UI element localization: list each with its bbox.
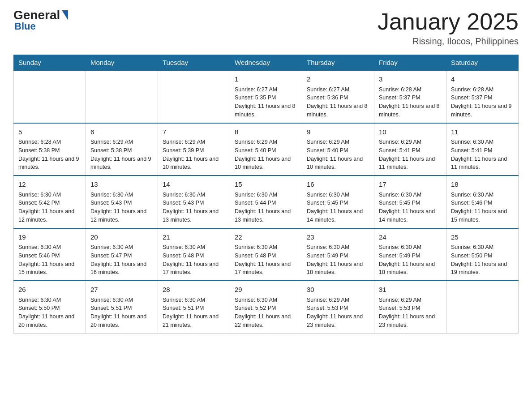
logo-blue-text: Blue: [14, 21, 36, 32]
week-row-4: 19Sunrise: 6:30 AM Sunset: 5:46 PM Dayli…: [14, 228, 519, 281]
calendar-cell: 24Sunrise: 6:30 AM Sunset: 5:49 PM Dayli…: [374, 228, 446, 281]
day-number: 15: [235, 180, 297, 190]
day-info: Sunrise: 6:29 AM Sunset: 5:40 PM Dayligh…: [235, 138, 297, 171]
day-number: 28: [163, 285, 225, 295]
day-info: Sunrise: 6:29 AM Sunset: 5:41 PM Dayligh…: [379, 138, 442, 171]
location-title: Rissing, Ilocos, Philippines: [378, 36, 519, 47]
calendar-cell: 18Sunrise: 6:30 AM Sunset: 5:46 PM Dayli…: [446, 176, 519, 228]
day-info: Sunrise: 6:27 AM Sunset: 5:35 PM Dayligh…: [235, 86, 297, 119]
calendar-cell: 16Sunrise: 6:30 AM Sunset: 5:45 PM Dayli…: [302, 176, 374, 228]
week-row-1: 1Sunrise: 6:27 AM Sunset: 5:35 PM Daylig…: [14, 70, 519, 123]
calendar-cell: [14, 70, 86, 123]
day-info: Sunrise: 6:30 AM Sunset: 5:52 PM Dayligh…: [235, 296, 297, 330]
week-row-5: 26Sunrise: 6:30 AM Sunset: 5:50 PM Dayli…: [14, 281, 519, 333]
day-number: 16: [307, 180, 369, 190]
day-info: Sunrise: 6:30 AM Sunset: 5:46 PM Dayligh…: [18, 243, 81, 277]
day-number: 6: [90, 127, 153, 137]
day-number: 14: [163, 180, 225, 190]
calendar-cell: 23Sunrise: 6:30 AM Sunset: 5:49 PM Dayli…: [302, 228, 374, 281]
title-section: January 2025 Rissing, Ilocos, Philippine…: [378, 9, 519, 47]
calendar-cell: 31Sunrise: 6:29 AM Sunset: 5:53 PM Dayli…: [374, 281, 446, 333]
day-info: Sunrise: 6:30 AM Sunset: 5:43 PM Dayligh…: [163, 191, 225, 224]
day-info: Sunrise: 6:29 AM Sunset: 5:38 PM Dayligh…: [90, 138, 153, 171]
day-number: 21: [163, 232, 225, 243]
day-number: 11: [451, 127, 514, 137]
day-number: 30: [307, 285, 369, 295]
calendar-cell: 12Sunrise: 6:30 AM Sunset: 5:42 PM Dayli…: [14, 176, 86, 228]
calendar-cell: 21Sunrise: 6:30 AM Sunset: 5:48 PM Dayli…: [158, 228, 230, 281]
day-number: 12: [18, 180, 81, 190]
calendar-cell: 28Sunrise: 6:30 AM Sunset: 5:51 PM Dayli…: [158, 281, 230, 333]
weekday-header-friday: Friday: [374, 55, 446, 71]
day-info: Sunrise: 6:27 AM Sunset: 5:36 PM Dayligh…: [307, 86, 369, 119]
day-number: 5: [18, 127, 81, 137]
day-info: Sunrise: 6:30 AM Sunset: 5:50 PM Dayligh…: [451, 243, 514, 277]
calendar-cell: 6Sunrise: 6:29 AM Sunset: 5:38 PM Daylig…: [86, 123, 158, 176]
day-number: 9: [307, 127, 369, 137]
day-number: 25: [451, 232, 514, 243]
day-info: Sunrise: 6:30 AM Sunset: 5:51 PM Dayligh…: [163, 296, 225, 330]
calendar-cell: 29Sunrise: 6:30 AM Sunset: 5:52 PM Dayli…: [230, 281, 302, 333]
weekday-header-monday: Monday: [86, 55, 158, 71]
day-info: Sunrise: 6:30 AM Sunset: 5:45 PM Dayligh…: [379, 191, 442, 224]
day-info: Sunrise: 6:30 AM Sunset: 5:48 PM Dayligh…: [163, 243, 225, 277]
weekday-header-wednesday: Wednesday: [230, 55, 302, 71]
calendar-cell: [158, 70, 230, 123]
calendar-cell: 8Sunrise: 6:29 AM Sunset: 5:40 PM Daylig…: [230, 123, 302, 176]
calendar-cell: 17Sunrise: 6:30 AM Sunset: 5:45 PM Dayli…: [374, 176, 446, 228]
calendar-cell: 19Sunrise: 6:30 AM Sunset: 5:46 PM Dayli…: [14, 228, 86, 281]
calendar-cell: 5Sunrise: 6:28 AM Sunset: 5:38 PM Daylig…: [14, 123, 86, 176]
day-number: 24: [379, 232, 442, 243]
day-info: Sunrise: 6:28 AM Sunset: 5:38 PM Dayligh…: [18, 138, 81, 171]
weekday-header-sunday: Sunday: [14, 55, 86, 71]
day-number: 31: [379, 285, 442, 295]
logo-top: General: [13, 9, 68, 21]
day-info: Sunrise: 6:30 AM Sunset: 5:42 PM Dayligh…: [18, 191, 81, 224]
day-info: Sunrise: 6:30 AM Sunset: 5:44 PM Dayligh…: [235, 191, 297, 224]
calendar-cell: 1Sunrise: 6:27 AM Sunset: 5:35 PM Daylig…: [230, 70, 302, 123]
weekday-header-thursday: Thursday: [302, 55, 374, 71]
calendar-cell: 4Sunrise: 6:28 AM Sunset: 5:37 PM Daylig…: [446, 70, 519, 123]
calendar-cell: 9Sunrise: 6:29 AM Sunset: 5:40 PM Daylig…: [302, 123, 374, 176]
day-info: Sunrise: 6:30 AM Sunset: 5:50 PM Dayligh…: [18, 296, 81, 330]
day-info: Sunrise: 6:30 AM Sunset: 5:49 PM Dayligh…: [307, 243, 369, 277]
day-number: 8: [235, 127, 297, 137]
calendar-cell: 2Sunrise: 6:27 AM Sunset: 5:36 PM Daylig…: [302, 70, 374, 123]
day-number: 2: [307, 74, 369, 85]
page-header: General Blue January 2025 Rissing, Iloco…: [13, 9, 519, 47]
weekday-header-tuesday: Tuesday: [158, 55, 230, 71]
day-number: 17: [379, 180, 442, 190]
day-info: Sunrise: 6:29 AM Sunset: 5:53 PM Dayligh…: [307, 296, 369, 330]
day-info: Sunrise: 6:30 AM Sunset: 5:43 PM Dayligh…: [90, 191, 153, 224]
day-number: 13: [90, 180, 153, 190]
logo: General Blue: [13, 9, 68, 32]
day-info: Sunrise: 6:29 AM Sunset: 5:39 PM Dayligh…: [163, 138, 225, 171]
day-info: Sunrise: 6:30 AM Sunset: 5:47 PM Dayligh…: [90, 243, 153, 277]
calendar-cell: 26Sunrise: 6:30 AM Sunset: 5:50 PM Dayli…: [14, 281, 86, 333]
calendar-cell: 11Sunrise: 6:30 AM Sunset: 5:41 PM Dayli…: [446, 123, 519, 176]
day-number: 26: [18, 285, 81, 295]
day-number: 19: [18, 232, 81, 243]
calendar-table: SundayMondayTuesdayWednesdayThursdayFrid…: [13, 55, 519, 334]
calendar-cell: 10Sunrise: 6:29 AM Sunset: 5:41 PM Dayli…: [374, 123, 446, 176]
calendar-cell: [446, 281, 519, 333]
day-info: Sunrise: 6:29 AM Sunset: 5:40 PM Dayligh…: [307, 138, 369, 171]
day-number: 3: [379, 74, 442, 85]
day-info: Sunrise: 6:30 AM Sunset: 5:41 PM Dayligh…: [451, 138, 514, 171]
day-number: 29: [235, 285, 297, 295]
calendar-cell: 25Sunrise: 6:30 AM Sunset: 5:50 PM Dayli…: [446, 228, 519, 281]
logo-general-text: General: [13, 9, 60, 21]
day-number: 20: [90, 232, 153, 243]
day-number: 7: [163, 127, 225, 137]
day-number: 10: [379, 127, 442, 137]
day-number: 4: [451, 74, 514, 85]
month-title: January 2025: [378, 9, 519, 34]
calendar-cell: 22Sunrise: 6:30 AM Sunset: 5:48 PM Dayli…: [230, 228, 302, 281]
day-info: Sunrise: 6:29 AM Sunset: 5:53 PM Dayligh…: [379, 296, 442, 330]
day-info: Sunrise: 6:30 AM Sunset: 5:51 PM Dayligh…: [90, 296, 153, 330]
calendar-cell: 15Sunrise: 6:30 AM Sunset: 5:44 PM Dayli…: [230, 176, 302, 228]
week-row-3: 12Sunrise: 6:30 AM Sunset: 5:42 PM Dayli…: [14, 176, 519, 228]
day-number: 1: [235, 74, 297, 85]
week-row-2: 5Sunrise: 6:28 AM Sunset: 5:38 PM Daylig…: [14, 123, 519, 176]
day-info: Sunrise: 6:30 AM Sunset: 5:46 PM Dayligh…: [451, 191, 514, 224]
